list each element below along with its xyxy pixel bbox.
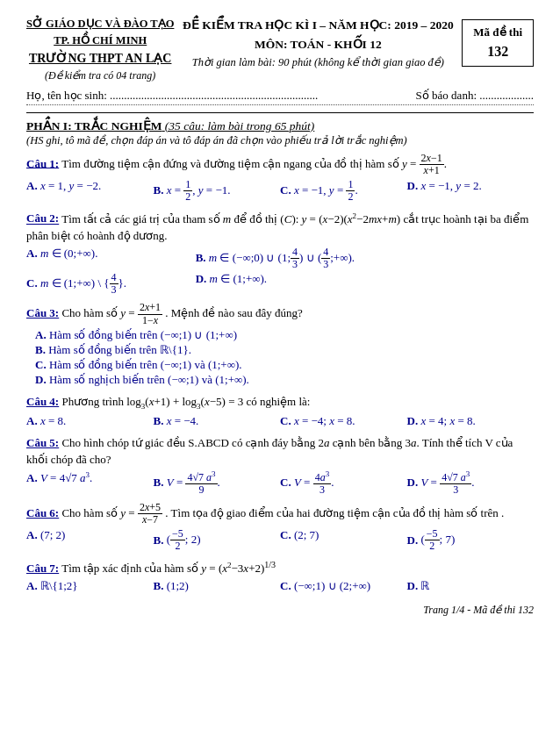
q4-answers: A. x = 8. B. x = −4. C. x = −4; x = 8. D…: [26, 414, 534, 428]
q3-answers: A. Hàm số đồng biến trên (−∞;1) ∪ (1;+∞)…: [26, 328, 534, 387]
header-center: ĐỀ KIỂM TRA HỌC KÌ I – NĂM HỌC: 2019 – 2…: [174, 16, 462, 71]
question-2: Câu 2: Tìm tất cả các giá trị của tham s…: [26, 210, 534, 296]
q4-body: Câu 4: Phương trình log3(x+1) + log3(x−5…: [26, 393, 534, 412]
header-left: SỞ GIÁO DỤC VÀ ĐÀO TẠO TP. HỒ CHÍ MINH T…: [26, 16, 174, 83]
divider-top: [26, 112, 534, 113]
student-row: Họ, tên học sinh: ......................…: [26, 89, 534, 105]
q5-body: Câu 5: Cho hình chóp tứ giác đều S.ABCD …: [26, 434, 534, 469]
question-3: Câu 3: Cho hàm số y = 2x+11−x . Mệnh đề …: [26, 302, 534, 386]
question-1: Câu 1: Tìm đường tiệm cận đứng và đường …: [26, 153, 534, 204]
time-note: Thời gian làm bài: 90 phút (không kể thờ…: [174, 54, 462, 71]
school-name: TRƯỜNG THPT AN LẠC: [26, 49, 174, 68]
student-sbd-label: Số báo danh: ...................: [416, 89, 534, 103]
q7-body: Câu 7: Tìm tập xác định của hàm số y = (…: [26, 558, 534, 577]
exam-title: ĐỀ KIỂM TRA HỌC KÌ I – NĂM HỌC: 2019 – 2…: [174, 16, 462, 35]
ma-de-box: Mã đề thi 132: [462, 19, 534, 67]
header-section: SỞ GIÁO DỤC VÀ ĐÀO TẠO TP. HỒ CHÍ MINH T…: [26, 16, 534, 83]
q2-answers: A. m ∈ (0;+∞). B. m ∈ (−∞;0) ∪ (1;43) ∪ …: [26, 247, 534, 297]
q6-body: Câu 6: Cho hàm số y = 2x+5x−7 . Tìm tọa …: [26, 502, 534, 526]
q3-body: Câu 3: Cho hàm số y = 2x+11−x . Mệnh đề …: [26, 302, 534, 326]
q5-answers: A. V = 4√7 a3. B. V = 4√7 a39. C. V = 4a…: [26, 470, 534, 496]
student-name-label: Họ, tên học sinh: ......................…: [26, 89, 318, 103]
q1-body: Câu 1: Tìm đường tiệm cận đứng và đường …: [26, 153, 534, 176]
question-4: Câu 4: Phương trình log3(x+1) + log3(x−5…: [26, 393, 534, 428]
part1-header: PHẦN I: TRẮC NGHIỆM (35 câu: làm bài tro…: [26, 118, 534, 147]
subject: MÔN: TOÁN - KHỐI 12: [174, 35, 462, 54]
q1-answers: A. x = 1, y = −2. B. x = 12, y = −1. C. …: [26, 178, 534, 204]
q2-body: Câu 2: Tìm tất cả các giá trị của tham s…: [26, 210, 534, 244]
exam-pages: (Đề kiểm tra có 04 trang): [26, 68, 174, 83]
school-authority: SỞ GIÁO DỤC VÀ ĐÀO TẠO: [26, 16, 174, 32]
q6-answers: A. (7; 2) B. (−52; 2) C. (2; 7) D. (−52;…: [26, 528, 534, 552]
page-footer: Trang 1/4 - Mã đề thi 132: [26, 604, 534, 617]
q7-answers: A. ℝ\{1;2} B. (1;2) C. (−∞;1) ∪ (2;+∞) D…: [26, 579, 534, 593]
question-7: Câu 7: Tìm tập xác định của hàm số y = (…: [26, 558, 534, 593]
part1-note: (HS ghi, tô mã đề, chọn đáp án và tô đáp…: [26, 133, 534, 147]
question-6: Câu 6: Cho hàm số y = 2x+5x−7 . Tìm tọa …: [26, 502, 534, 552]
part1-title: PHẦN I: TRẮC NGHIỆM (35 câu: làm bài tro…: [26, 119, 314, 132]
city: TP. HỒ CHÍ MINH: [26, 32, 174, 49]
question-5: Câu 5: Cho hình chóp tứ giác đều S.ABCD …: [26, 434, 534, 496]
